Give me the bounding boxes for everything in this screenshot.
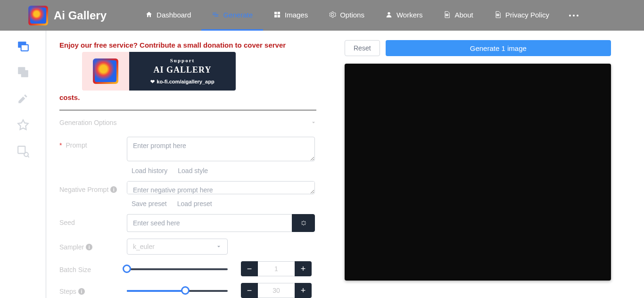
sidebar-inpaint-icon[interactable] — [17, 92, 30, 105]
negative-prompt-input[interactable] — [127, 181, 315, 194]
label-negative-prompt: Negative Prompt i — [59, 181, 127, 193]
label-steps: Steps i — [59, 283, 127, 295]
batch-increment-button[interactable]: + — [295, 261, 312, 276]
batch-decrement-button[interactable]: − — [241, 261, 258, 276]
batch-size-input[interactable] — [258, 261, 295, 276]
brand-logo-icon — [28, 6, 48, 25]
sidebar-txt2img-icon[interactable] — [17, 39, 30, 52]
nav-about[interactable]: About — [433, 0, 483, 31]
output-canvas — [345, 64, 611, 281]
home-icon — [145, 11, 153, 18]
nav-workers[interactable]: Workers — [375, 0, 433, 31]
chevron-down-icon — [311, 120, 316, 125]
load-history-link[interactable]: Load history — [132, 167, 167, 174]
section-title: Generation Options — [59, 119, 116, 126]
banner-title: AI GALLERY — [154, 64, 212, 76]
nav-images[interactable]: Images — [263, 0, 318, 31]
left-sidebar — [0, 31, 46, 298]
banner-logo-icon — [93, 58, 118, 84]
generate-button[interactable]: Generate 1 image — [386, 40, 611, 56]
heart-icon: ❤ — [150, 78, 155, 85]
random-icon — [300, 220, 307, 226]
donation-text: Enjoy our free service? Contribute a sma… — [59, 40, 316, 102]
nav-dashboard-label: Dashboard — [157, 11, 191, 19]
sampler-select[interactable]: k_euler — [127, 239, 228, 255]
banner-support-label: Support — [170, 57, 195, 64]
gear-icon — [329, 11, 336, 18]
sidebar-favorites-icon[interactable] — [17, 118, 30, 132]
divider — [59, 110, 316, 110]
app-header: Ai Gallery Dashboard Generate Images Opt… — [0, 0, 644, 31]
nav-options[interactable]: Options — [318, 0, 375, 31]
donation-banner[interactable]: Support AI GALLERY ❤ko-fi.com/aigallery_… — [82, 52, 236, 91]
brand-name: Ai Gallery — [54, 9, 107, 22]
save-preset-link[interactable]: Save preset — [132, 200, 167, 207]
svg-rect-3 — [21, 70, 28, 77]
info-icon[interactable]: i — [110, 186, 117, 193]
prompt-input[interactable] — [127, 137, 315, 161]
nav-generate-label: Generate — [223, 11, 253, 19]
label-batch-size: Batch Size — [59, 261, 127, 273]
seed-random-button[interactable] — [292, 214, 315, 232]
nav-more-icon[interactable] — [569, 15, 578, 17]
nav-images-label: Images — [285, 11, 308, 19]
steps-slider[interactable] — [127, 287, 228, 294]
steps-increment-button[interactable]: + — [295, 283, 312, 298]
document-icon — [494, 11, 502, 18]
document-icon — [443, 11, 451, 18]
nav-privacy[interactable]: Privacy Policy — [484, 0, 560, 31]
nav-options-label: Options — [340, 11, 364, 19]
steps-decrement-button[interactable]: − — [241, 283, 258, 298]
steps-input[interactable] — [258, 283, 295, 298]
batch-size-stepper: − + — [241, 261, 312, 276]
nav-generate[interactable]: Generate — [201, 0, 263, 31]
nav-privacy-label: Privacy Policy — [505, 11, 549, 19]
label-seed: Seed — [59, 214, 127, 226]
sidebar-img2img-icon[interactable] — [17, 66, 30, 79]
section-generation-options[interactable]: Generation Options — [59, 119, 316, 126]
label-prompt: *Prompt — [59, 137, 127, 149]
reset-button[interactable]: Reset — [345, 40, 380, 56]
top-nav: Dashboard Generate Images Options Worker… — [135, 0, 578, 31]
chevron-down-icon — [216, 244, 222, 249]
sampler-value: k_euler — [133, 243, 155, 250]
nav-dashboard[interactable]: Dashboard — [135, 0, 201, 31]
person-icon — [385, 11, 393, 18]
batch-size-slider[interactable] — [127, 265, 228, 273]
load-style-link[interactable]: Load style — [178, 167, 208, 174]
nav-workers-label: Workers — [396, 11, 423, 19]
label-sampler: Sampler i — [59, 239, 127, 251]
sidebar-interrogate-icon[interactable] — [17, 145, 30, 158]
grid-icon — [273, 11, 281, 18]
sliders-icon — [212, 11, 219, 18]
nav-about-label: About — [454, 11, 473, 19]
svg-rect-4 — [18, 146, 25, 153]
info-icon[interactable]: i — [78, 288, 85, 295]
load-preset-link[interactable]: Load preset — [177, 200, 212, 207]
banner-kofi: ❤ko-fi.com/aigallery_app — [150, 78, 214, 85]
brand[interactable]: Ai Gallery — [28, 6, 107, 25]
seed-input[interactable] — [127, 214, 292, 232]
info-icon[interactable]: i — [86, 244, 92, 250]
steps-stepper: − + — [241, 283, 312, 298]
svg-rect-1 — [21, 45, 28, 51]
svg-point-5 — [24, 152, 28, 157]
